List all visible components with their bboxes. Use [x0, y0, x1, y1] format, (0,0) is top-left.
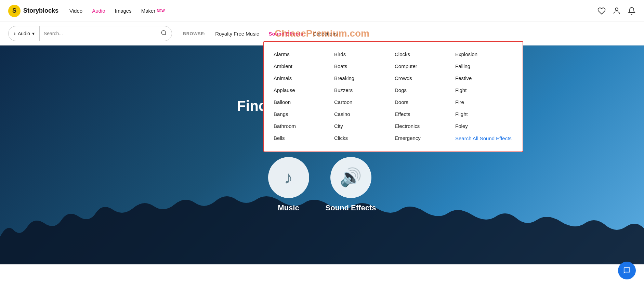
dropdown-item-computer[interactable]: Computer	[393, 61, 454, 72]
dropdown-item-crowds[interactable]: Crowds	[393, 73, 454, 84]
dropdown-col-3: Clocks Computer Crowds Dogs Doors Effect…	[393, 49, 454, 145]
sound-effects-label: Sound Effects	[326, 203, 376, 212]
music-icon-circle: ♪	[268, 157, 309, 198]
nav-link-maker[interactable]: Maker NEW	[141, 8, 165, 14]
svg-point-1	[161, 30, 166, 35]
svg-line-2	[165, 34, 166, 35]
sound-effects-icon: 🔊	[340, 167, 362, 188]
dropdown-col-2: Birds Boats Breaking Buzzers Cartoon Cas…	[333, 49, 393, 145]
dropdown-item-fire[interactable]: Fire	[454, 96, 514, 108]
dropdown-item-buzzers[interactable]: Buzzers	[333, 84, 393, 96]
new-badge: NEW	[157, 9, 165, 13]
nav-link-video[interactable]: Video	[69, 8, 82, 14]
browse-collections[interactable]: Collections	[313, 31, 338, 37]
dropdown-item-falling[interactable]: Falling	[454, 61, 514, 72]
search-input[interactable]	[40, 31, 156, 36]
browse-royalty-free-music[interactable]: Royalty Free Music	[215, 31, 259, 37]
browse-label: BROWSE:	[183, 31, 206, 36]
dropdown-item-alarms[interactable]: Alarms	[272, 49, 333, 60]
dropdown-item-animals[interactable]: Animals	[272, 73, 333, 84]
browse-section: BROWSE: Royalty Free Music Sound Effects…	[183, 31, 338, 37]
search-type-label: Audio	[18, 31, 30, 36]
music-label: Music	[278, 203, 299, 212]
logo[interactable]: S Storyblocks	[8, 5, 58, 17]
dropdown-item-festive[interactable]: Festive	[454, 73, 514, 84]
dropdown-item-electronics[interactable]: Electronics	[393, 120, 454, 132]
search-input-wrap: ♪ Audio ▾	[8, 26, 172, 41]
nav-link-images[interactable]: Images	[115, 8, 132, 14]
nav-link-audio[interactable]: Audio	[92, 8, 105, 14]
dropdown-grid: Alarms Ambient Animals Applause Balloon …	[272, 49, 514, 145]
dropdown-item-city[interactable]: City	[333, 120, 393, 132]
option-cards: ♪ Music 🔊 Sound Effects	[268, 157, 376, 212]
dropdown-col-4: Explosion Falling Festive Fight Fire Fli…	[454, 49, 514, 145]
navbar: S Storyblocks Video Audio Images Maker N…	[0, 0, 644, 22]
browse-sound-effects[interactable]: Sound Effects	[269, 31, 303, 37]
dropdown-item-effects[interactable]: Effects	[393, 108, 454, 120]
dropdown-item-boats[interactable]: Boats	[333, 61, 393, 72]
sound-effects-icon-circle: 🔊	[330, 157, 371, 198]
dropdown-item-bathroom[interactable]: Bathroom	[272, 120, 333, 132]
dropdown-col-1: Alarms Ambient Animals Applause Balloon …	[272, 49, 333, 145]
logo-icon: S	[8, 5, 21, 17]
dropdown-item-foley[interactable]: Foley	[454, 120, 514, 132]
dropdown-item-applause[interactable]: Applause	[272, 84, 333, 96]
dropdown-item-ambient[interactable]: Ambient	[272, 61, 333, 72]
dropdown-item-clocks[interactable]: Clocks	[393, 49, 454, 60]
nav-links: Video Audio Images Maker NEW	[69, 8, 597, 14]
dropdown-item-doors[interactable]: Doors	[393, 96, 454, 108]
dropdown-item-bells[interactable]: Bells	[272, 132, 333, 144]
dropdown-item-breaking[interactable]: Breaking	[333, 73, 393, 84]
account-button[interactable]	[613, 7, 621, 15]
dropdown-item-bangs[interactable]: Bangs	[272, 108, 333, 120]
dropdown-item-dogs[interactable]: Dogs	[393, 84, 454, 96]
dropdown-item-casino[interactable]: Casino	[333, 108, 393, 120]
dropdown-item-cartoon[interactable]: Cartoon	[333, 96, 393, 108]
dropdown-item-explosion[interactable]: Explosion	[454, 49, 514, 60]
nav-icons	[597, 7, 636, 15]
dropdown-item-birds[interactable]: Birds	[333, 49, 393, 60]
dropdown-item-clicks[interactable]: Clicks	[333, 132, 393, 144]
svg-point-0	[615, 8, 618, 11]
favorites-button[interactable]	[597, 7, 606, 15]
music-option-card[interactable]: ♪ Music	[268, 157, 309, 212]
search-button[interactable]	[156, 30, 172, 38]
dropdown-item-fight[interactable]: Fight	[454, 84, 514, 96]
chevron-down-icon: ▾	[32, 31, 35, 36]
dropdown-item-balloon[interactable]: Balloon	[272, 96, 333, 108]
search-type-icon: ♪	[13, 31, 16, 36]
sound-effects-dropdown: Alarms Ambient Animals Applause Balloon …	[263, 41, 523, 152]
logo-text: Storyblocks	[23, 7, 58, 14]
dropdown-item-search-all[interactable]: Search All Sound Effects	[454, 132, 514, 145]
notifications-button[interactable]	[628, 7, 636, 15]
search-type-selector[interactable]: ♪ Audio ▾	[9, 26, 40, 41]
music-icon: ♪	[284, 167, 293, 188]
dropdown-item-emergency[interactable]: Emergency	[393, 132, 454, 144]
dropdown-item-flight[interactable]: Flight	[454, 108, 514, 120]
sound-effects-option-card[interactable]: 🔊 Sound Effects	[326, 157, 376, 212]
